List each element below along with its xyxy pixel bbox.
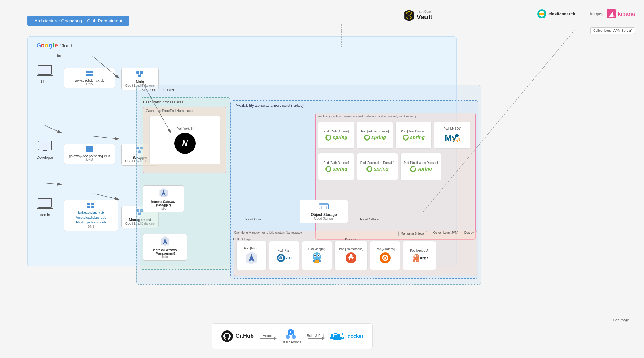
nextjs-pod: Pod [nextJS] N bbox=[149, 116, 220, 164]
pod-app-label: Pod [Application Domain] bbox=[360, 161, 394, 164]
github-icon bbox=[221, 330, 233, 342]
az-label: Availability Zone(asia-northeast3-a/b/c) bbox=[236, 103, 304, 108]
svg-text:l: l bbox=[53, 42, 54, 49]
svg-rect-22 bbox=[39, 142, 51, 149]
user-dns-box: www.gachdong.club DNS bbox=[64, 68, 115, 88]
vault-area: HashiCorp Vault bbox=[404, 9, 432, 22]
nextjs-logo: N bbox=[174, 133, 196, 154]
github-label: GitHub bbox=[236, 333, 254, 339]
pod-jaeger: Pod [Jaeger] bbox=[302, 241, 332, 270]
elasticsearch-icon bbox=[537, 9, 547, 19]
spring-club-text: spring bbox=[333, 135, 347, 140]
istio-sail-mgmt-icon bbox=[161, 236, 170, 246]
spring-user-text: spring bbox=[410, 135, 425, 140]
elk-area: elasticsearch Display kibana bbox=[537, 9, 635, 19]
deploy-label: Deploy bbox=[464, 231, 474, 236]
pod-grafana: Pod [Grafana] bbox=[370, 241, 400, 270]
svg-rect-24 bbox=[43, 150, 47, 151]
build-pull-label: Build & Pull bbox=[307, 334, 324, 337]
pod-grafana-label: Pod [Grafana] bbox=[376, 247, 395, 251]
svg-rect-36 bbox=[89, 149, 93, 152]
pod-argocd: Pod [ArgoCD] argo bbox=[403, 241, 436, 270]
developer-actor: Developer bbox=[37, 139, 53, 160]
svg-line-45 bbox=[140, 74, 141, 75]
pod-kiali-label: Pod [Kiali] bbox=[277, 249, 291, 252]
svg-rect-33 bbox=[86, 146, 89, 149]
svg-rect-35 bbox=[86, 149, 89, 152]
svg-rect-30 bbox=[89, 71, 93, 73]
display-bottom-label: Display bbox=[345, 237, 356, 241]
svg-rect-78 bbox=[313, 260, 315, 262]
object-storage-icon bbox=[319, 203, 329, 210]
pod-user-domain: Pod [User Domain] spring bbox=[395, 122, 432, 149]
pod-istiod-label: Pod [Istiod] bbox=[244, 247, 259, 250]
k8s-cluster: Kubernetes cluster User Traffic process … bbox=[136, 85, 481, 285]
docker-section: docker bbox=[330, 331, 363, 342]
pod-istiod: Pod [Istiod] bbox=[236, 241, 267, 270]
admin-label: Admin bbox=[37, 213, 53, 217]
svg-point-85 bbox=[384, 257, 386, 259]
user-dns-url: www.gachdong.club bbox=[68, 79, 111, 82]
ingress-management-box: Ingress Gateway(Management) Istio bbox=[143, 234, 187, 261]
kibana-icon bbox=[607, 9, 616, 18]
main-lb-title: Main bbox=[125, 80, 155, 84]
swagger-dns-sub: DNS bbox=[68, 158, 111, 161]
pod-club-domain: Pod [Club Domain] spring bbox=[318, 122, 354, 149]
grafana-icon bbox=[379, 252, 391, 264]
google-cloud-area: G o o g l e Cloud User bbox=[27, 36, 457, 266]
svg-text:o: o bbox=[45, 42, 48, 49]
svg-rect-107 bbox=[334, 333, 337, 334]
dns-grid-icon bbox=[86, 71, 93, 77]
admin-dns-sub: DNS bbox=[68, 225, 114, 228]
obj-storage-sub: Cloud Storage bbox=[305, 217, 343, 220]
github-actions-section: GitHub Actions bbox=[281, 328, 301, 344]
object-storage-box: Object Storage Cloud Storage bbox=[300, 200, 348, 223]
admin-laptop-icon bbox=[37, 197, 53, 210]
read-only-label: Read Only bbox=[245, 217, 261, 221]
k8s-label: Kubernetes cluster bbox=[141, 88, 174, 92]
collect-logs-apm-label: Collect Logs [APM Server] bbox=[590, 27, 635, 34]
developer-label: Developer bbox=[37, 155, 53, 160]
display-label: Display bbox=[592, 12, 603, 16]
svg-point-101 bbox=[292, 335, 296, 339]
build-pull-section: Build & Pull bbox=[307, 334, 324, 339]
backend-ns-label: Gachdong BackEnd Namespace (Istio Sideca… bbox=[318, 115, 416, 118]
google-cloud-logo-svg: G o o g l e Cloud bbox=[37, 41, 73, 50]
user-laptop-icon bbox=[37, 64, 53, 77]
ingress-management-title: Ingress Gateway(Management) bbox=[146, 249, 184, 255]
get-image-label: Get Image bbox=[613, 318, 629, 322]
ingress-management-sub: Istio bbox=[146, 255, 184, 259]
svg-point-8 bbox=[539, 13, 545, 15]
kibana-label: kibana bbox=[618, 11, 635, 17]
user-traffic-area: User Traffic process area Gachdong Front… bbox=[140, 97, 230, 270]
developer-laptop-icon bbox=[37, 139, 53, 153]
admin-dns-urls: kiali.gachdong.clubArgocd.gachdong.clubE… bbox=[68, 210, 114, 225]
user-label: User bbox=[37, 80, 53, 84]
svg-point-108 bbox=[342, 337, 343, 338]
svg-point-76 bbox=[318, 255, 319, 256]
swagger-dns-box: gateway-dev.gachdong.club DNS bbox=[64, 144, 115, 164]
svg-rect-32 bbox=[89, 74, 93, 76]
dns-grid-icon-2 bbox=[86, 146, 93, 152]
svg-point-90 bbox=[417, 255, 418, 256]
svg-text:kiali: kiali bbox=[285, 256, 292, 260]
jaeger-icon bbox=[310, 252, 324, 264]
pod-application-domain: Pod [Application Domain] spring bbox=[357, 153, 398, 180]
spring-auth-text: spring bbox=[333, 166, 347, 172]
cicd-area: GitHub Merge GitHub Actions Build & Pull bbox=[212, 323, 373, 349]
spring-leaf-auth-icon bbox=[325, 166, 332, 172]
svg-point-100 bbox=[286, 335, 290, 339]
pod-prometheus-label: Pod [Prometheus] bbox=[339, 247, 363, 251]
spring-leaf-club-icon bbox=[325, 134, 332, 141]
user-traffic-label: User Traffic process area bbox=[143, 100, 184, 104]
pod-auth-label: Pod [Auth Domain] bbox=[324, 161, 349, 164]
user-actor: User bbox=[37, 64, 53, 84]
svg-rect-38 bbox=[91, 203, 94, 205]
main-container: Architecture: Gachdong – Club Recruitmen… bbox=[0, 0, 644, 358]
user-dns-sub: DNS bbox=[68, 82, 111, 86]
svg-point-72 bbox=[313, 252, 321, 261]
management-ns-label: Gachdong Management / istio-system Names… bbox=[234, 231, 302, 234]
docker-icon bbox=[330, 331, 345, 342]
github-section: GitHub bbox=[221, 330, 254, 342]
pod-kiali: Pod [Kiali] kiali bbox=[269, 241, 299, 270]
